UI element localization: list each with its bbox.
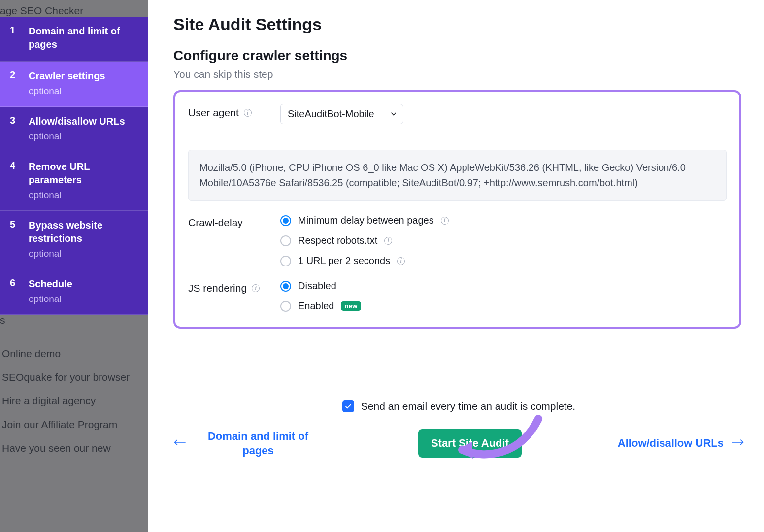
info-icon[interactable]: i [244, 109, 252, 117]
step-number: 5 [10, 219, 19, 259]
start-site-audit-button[interactable]: Start Site Audit [418, 429, 522, 458]
info-icon[interactable]: i [397, 257, 405, 265]
bg-nav-top: age SEO Checker [0, 5, 83, 17]
info-icon[interactable]: i [252, 284, 260, 292]
page-title: Site Audit Settings [173, 15, 741, 34]
wizard-footer: Send an email every time an audit is com… [173, 400, 744, 458]
step-optional: optional [29, 86, 105, 97]
user-agent-string: Mozilla/5.0 (iPhone; CPU iPhone OS 6_0 l… [188, 150, 727, 201]
js-rendering-label: JS rendering i [188, 279, 265, 294]
chevron-down-icon [390, 108, 397, 120]
bg-link-3: Join our Affiliate Program [2, 419, 117, 431]
new-badge: new [341, 301, 361, 311]
step-optional: optional [29, 190, 138, 200]
crawl-delay-row: Crawl-delay Minimum delay between pages … [188, 214, 727, 266]
step-title: Remove URL parameters [29, 160, 138, 187]
bg-link-2: Hire a digital agency [2, 395, 96, 407]
crawl-delay-options: Minimum delay between pages i Respect ro… [280, 214, 449, 266]
radio-icon [280, 235, 291, 246]
email-checkbox-label: Send an email every time an audit is com… [361, 400, 575, 412]
js-rendering-row: JS rendering i Disabled Enabled new [188, 279, 727, 312]
step-3-allow-disallow[interactable]: 3 Allow/disallow URLs optional [0, 107, 148, 152]
email-on-complete[interactable]: Send an email every time an audit is com… [173, 400, 744, 412]
step-2-crawler[interactable]: 2 Crawler settings optional [0, 62, 148, 107]
radio-icon [280, 301, 291, 312]
info-icon[interactable]: i [441, 217, 449, 225]
step-optional: optional [29, 248, 138, 259]
step-title: Bypass website restrictions [29, 219, 138, 245]
user-agent-select[interactable]: SiteAuditBot-Mobile [280, 104, 403, 124]
step-number: 2 [10, 69, 19, 97]
step-number: 6 [10, 277, 19, 304]
js-rendering-opt-disabled[interactable]: Disabled [280, 280, 361, 292]
step-6-schedule[interactable]: 6 Schedule optional [0, 269, 148, 315]
step-5-bypass[interactable]: 5 Bypass website restrictions optional [0, 211, 148, 269]
info-icon[interactable]: i [384, 237, 392, 245]
wizard-nav-row: Domain and limit of pages Start Site Aud… [173, 429, 744, 458]
user-agent-row: User agent i SiteAuditBot-Mobile Mozilla… [188, 104, 727, 201]
radio-icon [280, 281, 291, 292]
bg-link-0: Online demo [2, 348, 61, 360]
prev-step-label: Domain and limit of pages [194, 429, 322, 458]
checkbox-checked-icon [342, 400, 354, 412]
radio-icon [280, 215, 291, 226]
settings-steps-sidebar: 1 Domain and limit of pages 2 Crawler se… [0, 17, 148, 315]
bg-nav-orphan: s [0, 314, 5, 326]
step-title: Allow/disallow URLs [29, 115, 125, 128]
radio-icon [280, 256, 291, 266]
crawl-delay-opt-1per2[interactable]: 1 URL per 2 seconds i [280, 255, 449, 266]
user-agent-selected: SiteAuditBot-Mobile [288, 108, 374, 120]
step-title: Crawler settings [29, 69, 105, 83]
next-step-link[interactable]: Allow/disallow URLs [618, 436, 744, 451]
step-title: Schedule [29, 277, 72, 291]
arrow-left-icon [173, 437, 186, 450]
js-rendering-opt-enabled[interactable]: Enabled new [280, 300, 361, 312]
step-number: 3 [10, 115, 19, 142]
prev-step-link[interactable]: Domain and limit of pages [173, 429, 322, 458]
step-1-domain[interactable]: 1 Domain and limit of pages [0, 17, 148, 62]
bg-link-4: Have you seen our new [2, 442, 111, 454]
step-4-remove-params[interactable]: 4 Remove URL parameters optional [0, 152, 148, 211]
section-subtitle: You can skip this step [173, 68, 741, 80]
arrow-right-icon [731, 437, 744, 450]
section-title: Configure crawler settings [173, 48, 741, 64]
crawl-delay-opt-min[interactable]: Minimum delay between pages i [280, 215, 449, 226]
crawl-delay-opt-robots[interactable]: Respect robots.txt i [280, 235, 449, 246]
bg-link-1: SEOquake for your browser [2, 371, 130, 383]
js-rendering-options: Disabled Enabled new [280, 279, 361, 312]
next-step-label: Allow/disallow URLs [618, 436, 724, 451]
step-number: 1 [10, 25, 19, 51]
crawl-delay-label: Crawl-delay [188, 214, 265, 229]
step-optional: optional [29, 294, 72, 304]
crawler-settings-box: User agent i SiteAuditBot-Mobile Mozilla… [173, 90, 741, 329]
step-title: Domain and limit of pages [29, 25, 138, 51]
step-number: 4 [10, 160, 19, 200]
step-optional: optional [29, 131, 125, 142]
user-agent-label: User agent i [188, 104, 265, 119]
